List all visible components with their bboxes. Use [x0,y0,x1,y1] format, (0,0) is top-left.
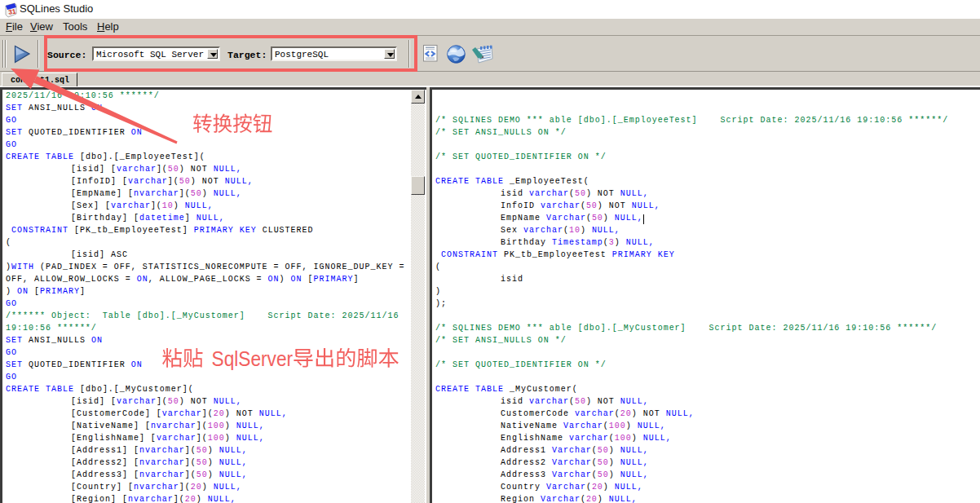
svg-text:31: 31 [8,7,17,15]
